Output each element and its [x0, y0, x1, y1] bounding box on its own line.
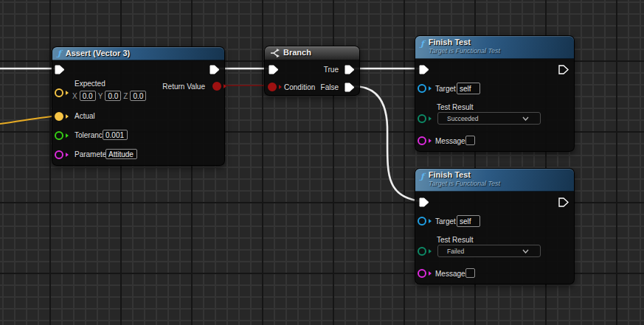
exec-input-pin[interactable]	[55, 65, 65, 74]
true-label: True	[324, 66, 339, 74]
test-result-dropdown[interactable]: Failed	[437, 245, 541, 257]
function-icon: ƒ	[420, 170, 424, 184]
exec-input-pin[interactable]	[269, 65, 279, 74]
return-value-pin[interactable]	[212, 82, 221, 91]
message-field[interactable]	[465, 268, 475, 278]
exec-input-pin[interactable]	[419, 198, 429, 207]
exec-output-pin[interactable]	[558, 198, 569, 207]
parameter-pin[interactable]	[55, 150, 63, 159]
function-icon: ƒ	[420, 38, 424, 51]
function-icon: ƒ	[58, 47, 61, 60]
exec-input-pin[interactable]	[419, 65, 429, 74]
node-finish-test-succeeded[interactable]: ƒ Finish Test Target is Functional Test …	[415, 35, 575, 152]
expected-vector-row: X Y Z	[72, 91, 146, 101]
branch-icon	[270, 49, 280, 57]
node-title: Assert (Vector 3)	[66, 47, 130, 60]
node-header[interactable]: ƒ Finish Test Target is Functional Test	[415, 36, 574, 59]
wire-vector-into-actual[interactable]	[0, 116, 59, 124]
message-label: Message	[435, 270, 465, 279]
node-header[interactable]: ƒ Finish Test Target is Functional Test	[415, 169, 574, 192]
node-branch[interactable]: Branch Condition True False	[264, 46, 360, 96]
test-result-pin[interactable]	[418, 247, 426, 256]
actual-label: Actual	[75, 112, 95, 121]
wire-exec-false-to-finish-bottom[interactable]	[353, 86, 422, 201]
target-pin[interactable]	[418, 84, 426, 93]
test-result-dropdown[interactable]: Succeeded	[437, 112, 541, 125]
expected-label: Expected	[75, 80, 105, 88]
false-label: False	[321, 83, 339, 92]
z-axis-label: Z	[123, 91, 128, 101]
y-value-field[interactable]	[105, 91, 121, 101]
return-value-label: Return Value	[162, 83, 205, 91]
target-label: Target	[435, 85, 456, 94]
target-field[interactable]	[457, 215, 480, 227]
message-field[interactable]	[465, 136, 475, 145]
false-exec-output-pin[interactable]	[344, 83, 355, 92]
message-pin[interactable]	[418, 136, 426, 145]
node-title: Finish Test	[429, 170, 500, 180]
true-exec-output-pin[interactable]	[344, 65, 355, 74]
condition-pin[interactable]	[268, 83, 277, 91]
target-field[interactable]	[457, 83, 480, 94]
node-header[interactable]: Branch	[265, 46, 359, 60]
z-value-field[interactable]	[130, 91, 146, 101]
tolerance-pin[interactable]	[55, 131, 63, 140]
test-result-value: Failed	[447, 248, 464, 255]
target-label: Target	[435, 217, 456, 226]
node-title: Branch	[283, 46, 311, 59]
target-pin[interactable]	[418, 217, 426, 226]
message-pin[interactable]	[418, 269, 426, 278]
node-subtitle: Target is Functional Test	[429, 180, 500, 188]
test-result-label: Test Result	[437, 103, 473, 112]
chevron-down-icon	[522, 249, 529, 254]
condition-label: Condition	[284, 83, 315, 92]
x-value-field[interactable]	[80, 91, 96, 101]
chevron-down-icon	[522, 116, 529, 121]
test-result-label: Test Result	[437, 236, 473, 245]
node-subtitle: Target is Functional Test	[429, 47, 500, 55]
exec-output-pin[interactable]	[210, 65, 220, 74]
node-title: Finish Test	[429, 38, 500, 47]
expected-pin[interactable]	[55, 88, 63, 97]
tolerance-field[interactable]	[103, 130, 128, 140]
exec-output-pin[interactable]	[558, 65, 569, 74]
node-assert-vector3[interactable]: ƒ Assert (Vector 3) Return Value Expecte…	[52, 46, 225, 166]
test-result-value: Succeeded	[447, 115, 479, 122]
parameter-field[interactable]	[105, 149, 137, 159]
node-header[interactable]: ƒ Assert (Vector 3)	[52, 47, 224, 60]
tolerance-label: Tolerance	[75, 131, 106, 140]
actual-pin[interactable]	[55, 112, 63, 121]
parameter-label: Parameter	[75, 150, 109, 159]
test-result-pin[interactable]	[418, 114, 426, 123]
node-finish-test-failed[interactable]: ƒ Finish Test Target is Functional Test …	[415, 168, 575, 284]
message-label: Message	[435, 137, 465, 146]
blueprint-graph-canvas[interactable]: ƒ Assert (Vector 3) Return Value Expecte…	[0, 0, 644, 325]
y-axis-label: Y	[98, 91, 103, 101]
x-axis-label: X	[72, 91, 77, 101]
